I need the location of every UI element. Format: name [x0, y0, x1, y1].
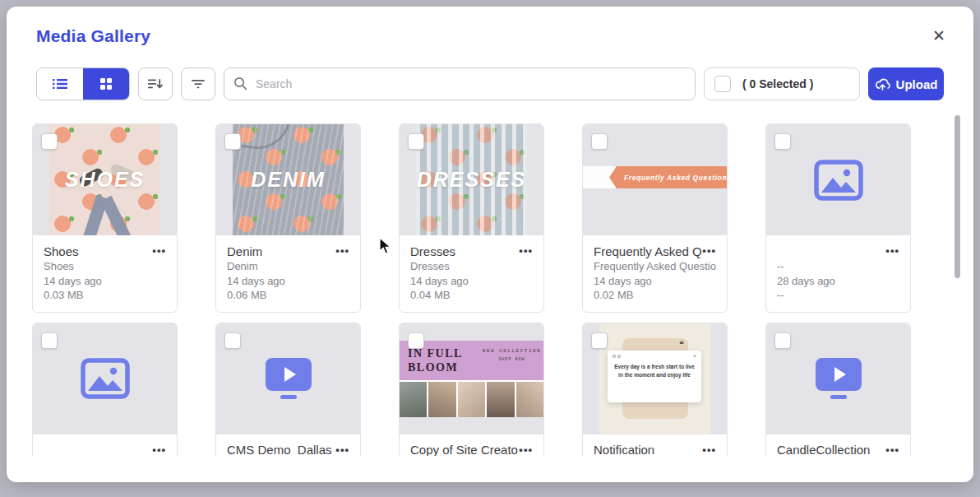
list-view-button[interactable] — [37, 68, 83, 100]
media-card-site-create[interactable]: IN FULL BLOOM NEW COLLECTION SHOP NOW — [399, 323, 544, 457]
card-checkbox[interactable] — [41, 133, 58, 150]
grid-view-button[interactable] — [83, 68, 129, 100]
bloom-photo-strip — [400, 380, 543, 417]
media-card-untitled-image[interactable]: ••• -- 28 days ago -- — [765, 123, 911, 313]
upload-button[interactable]: Upload — [868, 67, 944, 100]
decor-pocket — [233, 124, 291, 153]
search-icon — [233, 77, 247, 91]
modal-header: Media Gallery ✕ — [7, 7, 973, 46]
faq-ribbon-salmon: Frequently Asked Questions — [609, 166, 727, 188]
card-subtitle: -- — [777, 259, 899, 274]
dresses-thumbnail-art: DRESSES — [416, 124, 527, 235]
media-card-notification[interactable]: ❝ × Every day is a fresh start to live i… — [582, 323, 728, 457]
close-icon[interactable]: ✕ — [929, 26, 949, 46]
selected-count-label: ( 0 Selected ) — [742, 77, 813, 91]
bloom-subtitle-1: NEW COLLECTION — [480, 348, 543, 354]
card-menu-icon[interactable]: ••• — [702, 446, 716, 454]
selected-counter: ( 0 Selected ) — [704, 67, 860, 100]
bloom-thumbnail-art: IN FULL BLOOM NEW COLLECTION SHOP NOW — [400, 341, 543, 417]
card-subtitle: Shoes — [44, 259, 166, 274]
card-menu-icon[interactable]: ••• — [152, 247, 166, 255]
card-menu-icon[interactable]: ••• — [702, 247, 716, 255]
quote-thumbnail-art: ❝ × Every day is a fresh start to live i… — [599, 323, 710, 434]
video-placeholder-icon — [815, 357, 862, 400]
card-filesize: -- — [777, 288, 899, 303]
upload-cloud-icon — [875, 77, 890, 91]
card-menu-icon[interactable]: ••• — [885, 446, 899, 454]
media-grid: SHOES Shoes ••• Shoes 14 days ago 0.03 M… — [32, 123, 944, 456]
gallery-scroll-area[interactable]: SHOES Shoes ••• Shoes 14 days ago 0.03 M… — [7, 100, 973, 456]
card-checkbox[interactable] — [224, 133, 241, 150]
media-card-faq[interactable]: Frequently Asked Questions Frequently As… — [582, 123, 728, 313]
card-menu-icon[interactable]: ••• — [519, 446, 533, 454]
thumbnail: DENIM — [216, 124, 360, 235]
card-checkbox[interactable] — [408, 332, 424, 349]
quote-text: Every day is a fresh start to live in th… — [612, 363, 696, 379]
card-timestamp: 14 days ago — [227, 274, 349, 289]
card-info: ••• -- 28 days ago -- — [766, 235, 910, 312]
sort-button[interactable] — [138, 67, 173, 100]
media-card-shoes[interactable]: SHOES Shoes ••• Shoes 14 days ago 0.03 M… — [32, 123, 178, 313]
card-checkbox[interactable] — [224, 332, 241, 349]
card-filesize: 0.04 MB — [410, 288, 533, 303]
card-timestamp: 14 days ago — [594, 274, 716, 289]
card-menu-icon[interactable]: ••• — [152, 446, 166, 454]
card-menu-icon[interactable]: ••• — [335, 446, 349, 454]
search-input[interactable] — [224, 67, 696, 100]
bloom-photo — [400, 382, 427, 417]
card-checkbox[interactable] — [41, 332, 58, 349]
card-title: Shoes — [44, 244, 79, 258]
card-subtitle: Dresses — [410, 259, 533, 274]
filter-button[interactable] — [181, 67, 215, 100]
card-checkbox[interactable] — [774, 332, 791, 349]
window-dot — [612, 355, 616, 358]
faq-ribbon: Frequently Asked Questions — [583, 166, 727, 188]
card-info: ••• — [33, 434, 177, 457]
card-menu-icon[interactable]: ••• — [335, 247, 349, 255]
card-subtitle: Denim — [227, 259, 349, 274]
image-placeholder-icon — [81, 358, 130, 399]
card-info: CMS Demo_Dallas ••• — [216, 434, 360, 457]
card-info: Frequently Asked Q... ••• Frequently Ask… — [583, 235, 727, 312]
select-all-checkbox[interactable] — [714, 76, 731, 92]
thumbnail: SHOES — [33, 124, 177, 235]
bloom-photo — [487, 382, 514, 417]
media-card-denim[interactable]: DENIM Denim ••• Denim 14 days ago 0.06 M… — [215, 123, 361, 313]
card-info: Denim ••• Denim 14 days ago 0.06 MB — [216, 235, 360, 312]
card-checkbox[interactable] — [591, 133, 608, 150]
card-menu-icon[interactable]: ••• — [519, 247, 533, 255]
card-info: Copy of Site Creato... ••• — [400, 434, 543, 457]
card-title: Frequently Asked Q... — [594, 244, 702, 258]
card-menu-icon[interactable]: ••• — [885, 247, 899, 255]
card-checkbox[interactable] — [591, 332, 608, 349]
toolbar: ( 0 Selected ) Upload — [36, 67, 944, 100]
shoes-thumbnail-art: SHOES — [49, 124, 160, 235]
card-title: CMS Demo_Dallas — [227, 443, 332, 456]
card-info: Dresses ••• Dresses 14 days ago 0.04 MB — [400, 235, 543, 312]
card-filesize: 0.06 MB — [227, 288, 349, 303]
thumb-word: SHOES — [65, 168, 146, 192]
page-title: Media Gallery — [36, 26, 944, 46]
media-card-candle-collection[interactable]: CandleCollection ••• — [765, 323, 911, 457]
card-info: Shoes ••• Shoes 14 days ago 0.03 MB — [33, 235, 177, 312]
card-title: Dresses — [410, 244, 455, 258]
scrollbar-thumb[interactable] — [955, 115, 960, 278]
card-checkbox[interactable] — [774, 133, 791, 150]
card-title: Copy of Site Creato... — [410, 443, 519, 456]
card-checkbox[interactable] — [408, 133, 424, 150]
bloom-photo — [428, 382, 455, 417]
media-card-untitled-image-2[interactable]: ••• — [32, 323, 178, 457]
media-card-cms-demo[interactable]: CMS Demo_Dallas ••• — [215, 323, 361, 457]
list-icon — [53, 78, 67, 90]
thumbnail: IN FULL BLOOM NEW COLLECTION SHOP NOW — [400, 323, 543, 434]
quote-close-icon: × — [693, 353, 696, 359]
upload-label: Upload — [896, 77, 938, 91]
card-title: CandleCollection — [777, 443, 870, 456]
sort-icon — [147, 77, 164, 91]
media-gallery-modal: Media Gallery ✕ — [7, 7, 973, 482]
decor-leg — [100, 196, 132, 235]
denim-thumbnail-art: DENIM — [233, 124, 344, 235]
media-card-dresses[interactable]: DRESSES Dresses ••• Dresses 14 days ago … — [399, 123, 544, 313]
card-filesize: 0.02 MB — [594, 288, 716, 303]
search-wrap — [224, 67, 696, 100]
